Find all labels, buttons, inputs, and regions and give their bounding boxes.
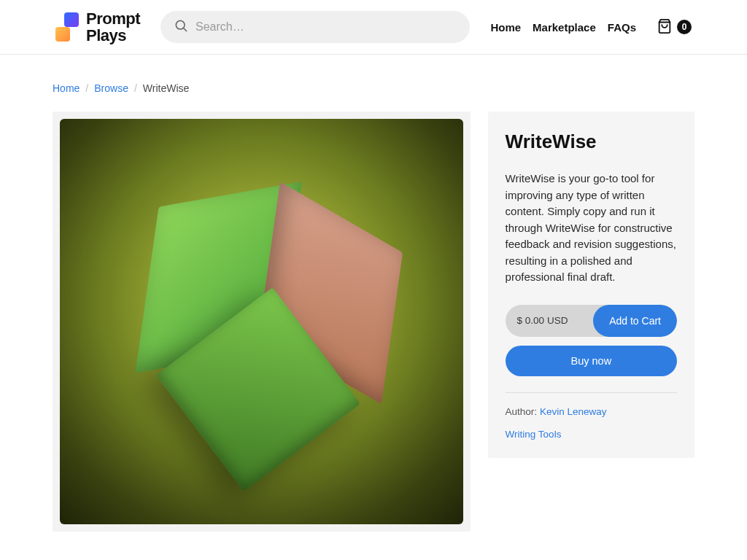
breadcrumb-sep-icon: / xyxy=(134,82,137,94)
author-label: Author: xyxy=(506,406,538,417)
search-icon xyxy=(174,18,188,36)
divider xyxy=(506,392,677,393)
header: Prompt Plays Home Marketplace FAQs xyxy=(0,0,747,55)
cart-count: 0 xyxy=(677,20,692,34)
search-bar[interactable] xyxy=(160,11,470,43)
product-details: WriteWise WriteWise is your go-to tool f… xyxy=(488,112,694,458)
product-title: WriteWise xyxy=(506,131,677,153)
buy-now-button[interactable]: Buy now xyxy=(506,346,677,376)
breadcrumb-browse[interactable]: Browse xyxy=(94,82,128,94)
category-link[interactable]: Writing Tools xyxy=(506,429,562,440)
product-image-panel xyxy=(53,112,471,532)
svg-line-1 xyxy=(184,28,187,31)
logo[interactable]: Prompt Plays xyxy=(55,10,140,44)
breadcrumb-home[interactable]: Home xyxy=(53,82,80,94)
logo-icon xyxy=(55,12,79,42)
product-description: WriteWise is your go-to tool for improvi… xyxy=(506,171,677,286)
breadcrumb: Home / Browse / WriteWise xyxy=(53,82,694,94)
logo-text: Prompt Plays xyxy=(86,10,140,44)
search-input[interactable] xyxy=(196,20,457,34)
nav-marketplace[interactable]: Marketplace xyxy=(533,21,596,34)
author-link[interactable]: Kevin Leneway xyxy=(540,406,607,417)
add-to-cart-button[interactable]: Add to Cart xyxy=(593,305,677,337)
price-row: $ 0.00 USD Add to Cart xyxy=(506,305,677,337)
breadcrumb-sep-icon: / xyxy=(85,82,88,94)
nav-home[interactable]: Home xyxy=(490,21,521,34)
cart-icon xyxy=(657,18,673,36)
author-row: Author: Kevin Leneway xyxy=(506,406,677,417)
breadcrumb-current: WriteWise xyxy=(143,82,190,94)
product-image[interactable] xyxy=(60,119,463,524)
cart-button[interactable]: 0 xyxy=(657,18,692,36)
product-price: $ 0.00 USD xyxy=(506,305,594,337)
nav-faqs[interactable]: FAQs xyxy=(608,21,636,34)
primary-nav: Home Marketplace FAQs 0 xyxy=(490,18,692,36)
